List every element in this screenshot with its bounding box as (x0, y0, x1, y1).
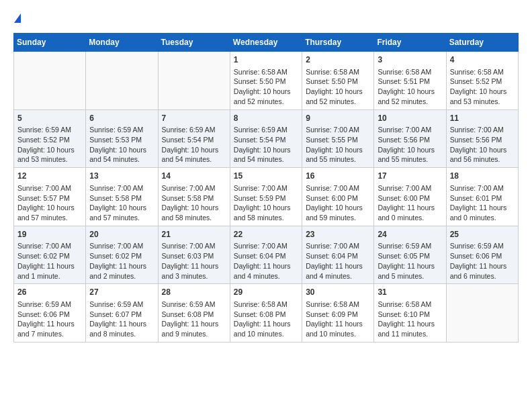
day-info-line: Sunrise: 6:58 AM (234, 300, 298, 310)
day-info-line: Sunrise: 6:58 AM (378, 300, 442, 310)
day-info-line: Sunset: 5:54 PM (162, 135, 226, 145)
calendar-cell (14, 52, 86, 110)
day-info-line: Sunrise: 7:00 AM (378, 183, 442, 193)
calendar-cell: 7Sunrise: 6:59 AMSunset: 5:54 PMDaylight… (158, 109, 230, 168)
day-info-line: and 54 minutes. (162, 154, 226, 165)
day-info-line: Sunset: 5:58 PM (162, 193, 226, 203)
day-info-line: and 55 minutes. (378, 154, 442, 165)
calendar-cell: 22Sunrise: 7:00 AMSunset: 6:04 PMDayligh… (230, 226, 302, 284)
day-info-line: Daylight: 10 hours (162, 203, 226, 213)
day-info-line: and 1 minute. (17, 271, 82, 281)
day-info-line: and 59 minutes. (306, 213, 370, 223)
day-info-line: Sunset: 5:59 PM (234, 193, 298, 203)
day-info-line: Sunset: 6:10 PM (378, 310, 442, 320)
day-info-line: Sunrise: 6:59 AM (378, 241, 442, 251)
weekday-header-saturday: Saturday (446, 34, 518, 52)
day-number: 31 (378, 287, 442, 298)
day-info-line: Sunset: 5:54 PM (234, 135, 298, 145)
day-info-line: Sunset: 6:00 PM (306, 193, 370, 203)
day-info-line: Daylight: 10 hours (450, 87, 515, 97)
day-info-line: and 10 minutes. (306, 329, 370, 339)
day-info-line: Sunrise: 7:00 AM (89, 241, 154, 251)
day-info-line: and 52 minutes. (378, 97, 442, 107)
day-info-line: Sunset: 5:57 PM (17, 193, 82, 203)
day-info-line: Sunrise: 6:58 AM (234, 67, 298, 77)
calendar-week-row: 26Sunrise: 6:59 AMSunset: 6:06 PMDayligh… (14, 284, 519, 342)
day-info-line: Daylight: 11 hours (162, 261, 226, 271)
day-number: 14 (162, 171, 226, 182)
day-info-line: Daylight: 11 hours (17, 261, 82, 271)
day-info-line: Daylight: 10 hours (234, 203, 298, 213)
logo (13, 11, 21, 26)
day-info-line: Daylight: 11 hours (378, 319, 442, 329)
calendar-week-row: 19Sunrise: 7:00 AMSunset: 6:02 PMDayligh… (14, 226, 519, 284)
day-info-line: Sunrise: 6:59 AM (89, 125, 154, 135)
day-info-line: and 0 minutes. (378, 213, 442, 223)
calendar-cell (158, 52, 230, 110)
day-number: 28 (162, 287, 226, 298)
day-info-line: Sunrise: 7:00 AM (450, 125, 515, 135)
day-info-line: Daylight: 11 hours (306, 319, 370, 329)
day-info-line: Sunrise: 6:59 AM (234, 125, 298, 135)
day-info-line: Sunset: 6:04 PM (234, 251, 298, 261)
day-info-line: Sunset: 6:03 PM (162, 251, 226, 261)
calendar-cell: 10Sunrise: 7:00 AMSunset: 5:56 PMDayligh… (374, 109, 446, 168)
calendar-cell: 5Sunrise: 6:59 AMSunset: 5:52 PMDaylight… (14, 109, 86, 168)
day-info-line: Sunset: 5:56 PM (378, 135, 442, 145)
day-number: 7 (162, 113, 226, 124)
day-number: 2 (306, 54, 370, 66)
day-info-line: Sunrise: 6:59 AM (17, 125, 82, 135)
weekday-header-monday: Monday (86, 34, 158, 52)
day-info-line: Sunset: 6:00 PM (378, 193, 442, 203)
day-info-line: Daylight: 11 hours (89, 319, 154, 329)
calendar-cell: 14Sunrise: 7:00 AMSunset: 5:58 PMDayligh… (158, 168, 230, 226)
calendar-cell: 11Sunrise: 7:00 AMSunset: 5:56 PMDayligh… (446, 109, 518, 168)
day-info-line: Daylight: 11 hours (162, 319, 226, 329)
day-info-line: Sunset: 6:08 PM (234, 310, 298, 320)
calendar-cell: 1Sunrise: 6:58 AMSunset: 5:50 PMDaylight… (230, 52, 302, 110)
day-number: 9 (306, 113, 370, 124)
day-info-line: and 57 minutes. (17, 213, 82, 223)
day-info-line: Sunset: 5:55 PM (306, 135, 370, 145)
day-info-line: Sunrise: 7:00 AM (306, 183, 370, 193)
day-info-line: and 54 minutes. (234, 154, 298, 165)
day-info-line: Sunset: 5:52 PM (450, 77, 515, 87)
day-info-line: Sunset: 5:51 PM (378, 77, 442, 87)
day-info-line: Sunset: 6:04 PM (306, 251, 370, 261)
day-info-line: Sunset: 6:06 PM (17, 310, 82, 320)
day-info-line: Daylight: 10 hours (306, 145, 370, 155)
day-info-line: Daylight: 11 hours (17, 319, 82, 329)
weekday-header-sunday: Sunday (14, 34, 86, 52)
day-info-line: Sunset: 6:02 PM (89, 251, 154, 261)
day-info-line: and 55 minutes. (306, 154, 370, 165)
day-info-line: Sunrise: 6:58 AM (450, 67, 515, 77)
day-info-line: and 9 minutes. (162, 329, 226, 339)
day-info-line: Sunset: 5:58 PM (89, 193, 154, 203)
day-number: 17 (378, 171, 442, 182)
day-info-line: Daylight: 10 hours (378, 145, 442, 155)
day-number: 21 (162, 229, 226, 240)
day-info-line: Daylight: 11 hours (378, 261, 442, 271)
day-info-line: Sunrise: 7:00 AM (450, 183, 515, 193)
day-info-line: Daylight: 10 hours (17, 145, 82, 155)
day-info-line: and 58 minutes. (162, 213, 226, 223)
day-info-line: Sunrise: 6:58 AM (378, 67, 442, 77)
day-info-line: and 5 minutes. (378, 271, 442, 281)
calendar-cell: 3Sunrise: 6:58 AMSunset: 5:51 PMDaylight… (374, 52, 446, 110)
day-info-line: Sunrise: 6:59 AM (162, 300, 226, 310)
day-number: 26 (17, 287, 82, 298)
day-info-line: Sunrise: 6:58 AM (306, 300, 370, 310)
day-info-line: Sunrise: 7:00 AM (89, 183, 154, 193)
day-number: 15 (234, 171, 298, 182)
day-number: 18 (450, 171, 515, 182)
day-info-line: Daylight: 10 hours (89, 145, 154, 155)
calendar-cell: 24Sunrise: 6:59 AMSunset: 6:05 PMDayligh… (374, 226, 446, 284)
weekday-header-row: SundayMondayTuesdayWednesdayThursdayFrid… (14, 34, 519, 52)
day-info-line: Sunrise: 6:59 AM (89, 300, 154, 310)
day-info-line: and 7 minutes. (17, 329, 82, 339)
day-info-line: Sunrise: 6:59 AM (17, 300, 82, 310)
calendar-cell: 4Sunrise: 6:58 AMSunset: 5:52 PMDaylight… (446, 52, 518, 110)
day-info-line: Sunrise: 7:00 AM (306, 125, 370, 135)
logo-triangle-icon (14, 13, 21, 23)
day-info-line: Sunset: 6:09 PM (306, 310, 370, 320)
